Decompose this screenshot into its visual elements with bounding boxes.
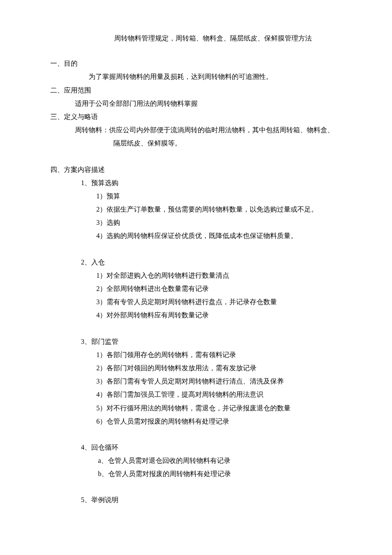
list-item: 3）各部门需有专管人员定期对周转物料进行清点、清洗及保养 (50, 375, 342, 388)
subsection-4-2-title: 2、入仓 (50, 256, 342, 269)
list-item: 3）选购 (50, 216, 342, 229)
subsection-4-4-title: 4、回仓循环 (50, 441, 342, 454)
section-1-heading: 一、目的 (50, 57, 342, 70)
list-item: 2）各部门对领回的周转物料发放用法，需有发放记录 (50, 361, 342, 375)
subsection-4-5-title: 5、举例说明 (50, 493, 342, 506)
list-item: 1）对全部进购入仓的周转物料进行数量清点 (50, 269, 342, 282)
list-item: 1）各部门领用存仓的周转物料，需有领料记录 (50, 348, 342, 361)
list-item: 2）全部周转物料进出仓数量需有记录 (50, 282, 342, 295)
subsection-4-3-title: 3、部门监管 (50, 335, 342, 348)
list-item: 2）依据生产订单数量，预估需要的周转物料数量，以免选购过量或不足。 (50, 203, 342, 216)
list-item: b、仓管人员需对报废的周转物料有处理记录 (50, 467, 342, 480)
list-item: 5）对不行循环用法的周转物料，需退仓，并记录报废退仓的数量 (50, 401, 342, 415)
list-item: 4）选购的周转物料应保证价优质优，既降低成本也保证物料质量。 (50, 229, 342, 242)
section-4-heading: 四、方案内容描述 (50, 163, 342, 176)
section-3-heading: 三、定义与略语 (50, 110, 342, 123)
document-page: 周转物料管理规定，周转箱、物料盒、隔层纸皮、保鲜膜管理方法 一、目的 为了掌握周… (0, 0, 392, 524)
section-1-text: 为了掌握周转物料的用量及损耗，达到周转物料的可追溯性。 (50, 70, 342, 83)
list-item: a、仓管人员需对退仓回收的周转物料有记录 (50, 454, 342, 467)
document-title: 周转物料管理规定，周转箱、物料盒、隔层纸皮、保鲜膜管理方法 (50, 32, 342, 45)
list-item: 1）预算 (50, 189, 342, 203)
list-item: 3）需有专管人员定期对周转物料进行盘点，并记录存仓数量 (50, 295, 342, 308)
section-3-text-line1: 周转物料：供应公司内外部便于流淌周转的临时用法物料，其中包括周转箱、物料盒、 (50, 123, 342, 137)
section-3-text-line2: 隔层纸皮、保鲜膜等。 (50, 137, 342, 150)
list-item: 4）各部门需加强员工管理，提高对周转物料的用法意识 (50, 388, 342, 401)
list-item: 4）对外部周转物料应有周转数量记录 (50, 308, 342, 322)
section-2-heading: 二、应用范围 (50, 84, 342, 97)
subsection-4-1-title: 1、预算选购 (50, 176, 342, 189)
list-item: 6）仓管人员需对报废的周转物料有处理记录 (50, 415, 342, 428)
section-2-text: 适用于公司全部部门用法的周转物料掌握 (50, 97, 342, 110)
